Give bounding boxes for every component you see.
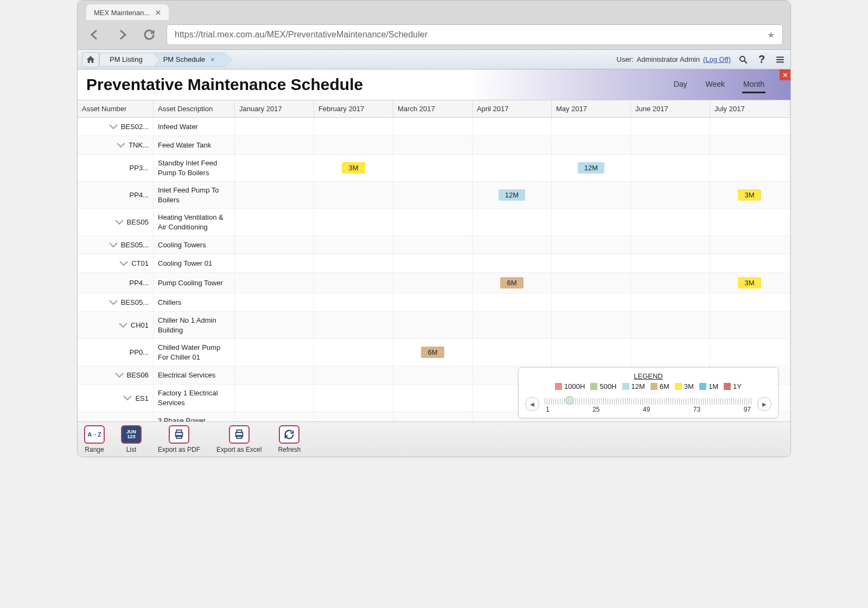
col-asset-description[interactable]: Asset Description <box>154 100 235 117</box>
action-label: Export as Excel <box>216 446 261 453</box>
slider-track[interactable]: 1 25 49 73 97 <box>545 396 752 412</box>
grid-header-row: Asset Number Asset Description January 2… <box>78 100 790 118</box>
chevron-down-icon[interactable] <box>115 220 124 225</box>
tab-month[interactable]: Month <box>742 76 765 93</box>
table-row[interactable]: BES05... Cooling Towers <box>78 236 790 254</box>
refresh-button[interactable]: Refresh <box>278 425 301 453</box>
user-name: Administrator Admin <box>637 55 700 63</box>
breadcrumb-pm-listing[interactable]: PM Listing <box>99 53 153 67</box>
col-asset-number[interactable]: Asset Number <box>78 100 154 117</box>
desc-cell: 3 Phase Power <box>154 412 235 421</box>
timeline-slider: ◄ 1 25 49 73 97 ► <box>525 396 771 412</box>
table-row[interactable]: CT01 Cooling Tower 01 <box>78 254 790 273</box>
back-button[interactable] <box>85 25 105 44</box>
svg-rect-2 <box>176 430 181 433</box>
export-pdf-button[interactable]: Export as PDF <box>158 425 200 453</box>
legend-swatch-1000H <box>555 383 562 390</box>
schedule-badge[interactable]: 6M <box>500 277 523 289</box>
bookmark-star-icon[interactable]: ★ <box>767 30 775 40</box>
user-info: User: Administrator Admin (Log Off) <box>617 55 731 63</box>
chevron-down-icon[interactable] <box>109 300 118 305</box>
col-jan[interactable]: January 2017 <box>235 100 314 117</box>
logoff-link[interactable]: (Log Off) <box>703 55 731 63</box>
desc-cell: Chillers <box>154 293 235 311</box>
chevron-down-icon[interactable] <box>123 395 132 401</box>
address-text: https://trial.mex.com.au/MEX/Preventativ… <box>175 30 427 40</box>
breadcrumb-pm-schedule[interactable]: PM Schedule × <box>153 53 225 67</box>
asset-cell: TNK... <box>78 136 154 154</box>
user-prefix: User: <box>617 55 634 63</box>
grid-body: BES02... Infeed Water TNK... Feed Water … <box>78 118 790 421</box>
col-jul[interactable]: July 2017 <box>710 100 789 117</box>
table-row[interactable]: BES05 Heating Ventilation & Air Conditio… <box>78 209 790 236</box>
schedule-badge[interactable]: 3M <box>342 162 365 174</box>
col-apr[interactable]: April 2017 <box>473 100 552 117</box>
table-row[interactable]: PP4... Inlet Feed Pump To Boilers 12M 3M <box>78 182 790 209</box>
asset-cell: ES1 <box>78 385 154 411</box>
help-icon[interactable]: ? <box>756 54 768 66</box>
desc-cell: Chilled Water Pump For Chiller 01 <box>154 339 235 366</box>
chevron-down-icon[interactable] <box>117 143 125 148</box>
view-tabs: Day Week Month <box>673 76 782 93</box>
legend-swatch-1M <box>699 383 706 390</box>
range-button[interactable]: A→Z Range <box>84 425 105 453</box>
asset-cell: BES02... <box>78 118 154 136</box>
table-row[interactable]: BES02... Infeed Water <box>78 118 790 136</box>
schedule-badge[interactable]: 3M <box>738 189 761 201</box>
table-row[interactable]: PP0... Chilled Water Pump For Chiller 01… <box>78 339 790 366</box>
browser-tab[interactable]: MEX Maintenan... ✕ <box>86 4 169 20</box>
search-icon[interactable] <box>737 54 749 66</box>
close-icon[interactable]: ✕ <box>155 9 161 17</box>
sort-az-icon: A→Z <box>84 425 105 444</box>
schedule-badge[interactable]: 12M <box>578 162 604 174</box>
breadcrumb-label: PM Listing <box>110 55 143 63</box>
desc-cell: Standby Inlet Feed Pump To Boilers <box>154 155 235 181</box>
reload-button[interactable] <box>139 25 159 44</box>
table-row[interactable]: CH01 Chiller No 1 Admin Building <box>78 312 790 339</box>
table-row[interactable]: PP4... Pump Cooling Tower 6M 3M <box>78 273 790 293</box>
asset-cell: CT01 <box>78 254 154 272</box>
svg-rect-5 <box>237 430 241 433</box>
title-strip: Preventative Maintenance Schedule Day We… <box>78 69 790 100</box>
tab-week[interactable]: Week <box>705 76 726 93</box>
refresh-icon <box>279 425 299 444</box>
chevron-down-icon[interactable] <box>119 261 128 266</box>
address-bar[interactable]: https://trial.mex.com.au/MEX/Preventativ… <box>167 24 783 45</box>
tab-day[interactable]: Day <box>673 76 688 93</box>
browser-toolbar: https://trial.mex.com.au/MEX/Preventativ… <box>78 20 790 50</box>
col-may[interactable]: May 2017 <box>552 100 631 117</box>
chevron-down-icon[interactable] <box>109 124 118 130</box>
legend-items: 1000H 500H 12M 6M 3M 1M 1Y <box>525 382 771 391</box>
chevron-down-icon[interactable] <box>109 242 118 248</box>
close-panel-button[interactable]: ✕ <box>780 69 790 80</box>
forward-button[interactable] <box>112 25 132 44</box>
home-button[interactable] <box>82 52 99 67</box>
asset-cell: PP4... <box>78 273 154 293</box>
desc-cell: Factory 1 Electrical Services <box>154 385 235 411</box>
asset-cell: PP0... <box>78 339 154 366</box>
schedule-badge[interactable]: 12M <box>499 189 525 201</box>
col-feb[interactable]: February 2017 <box>314 100 393 117</box>
chevron-down-icon[interactable] <box>115 373 124 378</box>
table-row[interactable]: PP3... Standby Inlet Feed Pump To Boiler… <box>78 155 790 182</box>
legend-swatch-3M <box>675 383 682 390</box>
tab-title: MEX Maintenan... <box>94 9 150 17</box>
export-excel-button[interactable]: Export as Excel <box>216 425 261 453</box>
table-row[interactable]: BES05... Chillers <box>78 293 790 312</box>
schedule-grid: Asset Number Asset Description January 2… <box>78 100 790 421</box>
action-bar: A→Z Range JUN123 List Export as PDF Expo… <box>78 421 790 457</box>
legend-swatch-6M <box>650 383 658 390</box>
table-row[interactable]: TNK... Feed Water Tank <box>78 136 790 155</box>
desc-cell: Feed Water Tank <box>154 136 235 154</box>
slider-prev-button[interactable]: ◄ <box>525 397 539 411</box>
slider-next-button[interactable]: ► <box>757 397 771 411</box>
schedule-badge[interactable]: 6M <box>421 347 444 358</box>
col-mar[interactable]: March 2017 <box>393 100 473 117</box>
col-jun[interactable]: June 2017 <box>631 100 710 117</box>
list-button[interactable]: JUN123 List <box>121 425 142 453</box>
close-icon[interactable]: × <box>210 55 215 63</box>
desc-cell: Inlet Feed Pump To Boilers <box>154 182 235 208</box>
chevron-down-icon[interactable] <box>119 323 127 328</box>
menu-icon[interactable] <box>774 54 786 66</box>
schedule-badge[interactable]: 3M <box>738 277 761 289</box>
